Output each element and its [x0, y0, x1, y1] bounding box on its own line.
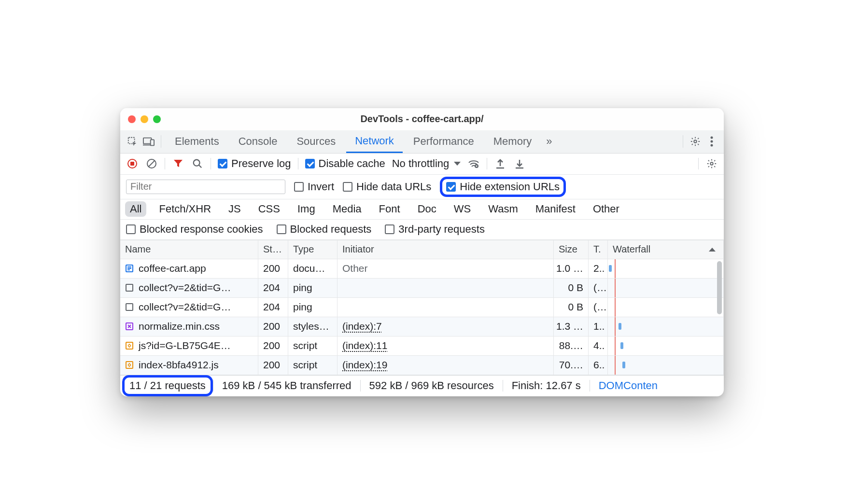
maximize-window-button[interactable] [153, 115, 161, 123]
ping-file-icon [125, 283, 134, 292]
inspect-element-icon[interactable] [125, 134, 140, 149]
close-window-button[interactable] [128, 115, 136, 123]
requests-table: Name St… Type Initiator Size T. Waterfal… [120, 240, 724, 375]
hide-data-label: Hide data URLs [356, 181, 431, 193]
type-other[interactable]: Other [588, 201, 624, 217]
cell-size: 88.… [554, 336, 589, 355]
blocked-requests-checkbox[interactable]: Blocked requests [277, 223, 372, 236]
cell-initiator [338, 298, 554, 317]
table-row[interactable]: js?id=G-LB75G4E…200script(index):1188.…4… [120, 336, 724, 356]
network-settings-icon[interactable] [705, 157, 718, 170]
svg-rect-25 [126, 342, 133, 349]
filter-input[interactable] [126, 180, 285, 194]
checkbox-icon [277, 224, 286, 234]
cell-waterfall [608, 279, 724, 297]
more-tabs-button[interactable]: » [542, 130, 556, 153]
type-manifest[interactable]: Manifest [531, 201, 580, 217]
filter-bar: Invert Hide data URLs Hide extension URL… [120, 175, 724, 199]
initiator-link[interactable]: (index):7 [342, 321, 382, 332]
type-css[interactable]: CSS [253, 201, 285, 217]
hide-extension-urls-checkbox[interactable]: Hide extension URLs [446, 181, 560, 193]
type-fetch-xhr[interactable]: Fetch/XHR [154, 201, 216, 217]
invert-checkbox[interactable]: Invert [294, 181, 334, 193]
search-icon[interactable] [191, 157, 204, 170]
record-button[interactable] [126, 157, 139, 170]
type-ws[interactable]: WS [449, 201, 476, 217]
svg-rect-26 [126, 362, 133, 368]
tab-network[interactable]: Network [346, 130, 403, 153]
import-har-icon[interactable] [513, 157, 526, 170]
cell-size: 70.… [554, 356, 589, 375]
type-font[interactable]: Font [374, 201, 405, 217]
hide-data-urls-checkbox[interactable]: Hide data URLs [343, 181, 431, 193]
col-size[interactable]: Size [554, 240, 589, 259]
third-party-label: 3rd-party requests [398, 223, 485, 236]
export-har-icon[interactable] [494, 157, 506, 170]
cell-time: (… [589, 298, 608, 317]
chevron-down-icon [454, 162, 461, 166]
tab-console[interactable]: Console [230, 130, 286, 153]
blocked-cookies-label: Blocked response cookies [140, 223, 263, 236]
cell-size: 0 B [554, 298, 589, 317]
tab-sources[interactable]: Sources [288, 130, 344, 153]
table-row[interactable]: coffee-cart.app200docu…Other1.0 …2.. [120, 259, 724, 279]
kebab-menu-icon[interactable] [704, 134, 719, 149]
extra-filter-bar: Blocked response cookies Blocked request… [120, 220, 724, 240]
type-all[interactable]: All [125, 201, 146, 217]
type-js[interactable]: JS [224, 201, 246, 217]
tab-memory[interactable]: Memory [485, 130, 540, 153]
request-name: normalize.min.css [139, 321, 220, 332]
third-party-checkbox[interactable]: 3rd-party requests [385, 223, 485, 236]
clear-button[interactable] [145, 157, 158, 170]
checkbox-icon [343, 182, 352, 192]
col-type[interactable]: Type [288, 240, 338, 259]
table-row[interactable]: normalize.min.css200styles…(index):71.3 … [120, 317, 724, 336]
col-waterfall[interactable]: Waterfall [608, 240, 724, 259]
svg-rect-3 [151, 140, 154, 145]
disable-cache-checkbox[interactable]: Disable cache [305, 157, 385, 170]
checkbox-icon [305, 159, 315, 168]
type-media[interactable]: Media [328, 201, 366, 217]
separator [698, 158, 699, 169]
css-file-icon [125, 322, 134, 331]
table-row[interactable]: collect?v=2&tid=G…204ping0 B(… [120, 279, 724, 298]
separator [211, 158, 211, 169]
initiator-link[interactable]: (index):11 [342, 340, 387, 351]
table-row[interactable]: collect?v=2&tid=G…204ping0 B(… [120, 298, 724, 317]
requests-count-highlight: 11 / 21 requests [122, 375, 213, 396]
cell-status: 200 [258, 259, 288, 278]
type-img[interactable]: Img [293, 201, 320, 217]
col-initiator[interactable]: Initiator [338, 240, 554, 259]
minimize-window-button[interactable] [141, 115, 148, 123]
svg-point-4 [694, 140, 697, 143]
table-row[interactable]: index-8bfa4912.js200script(index):1970.…… [120, 356, 724, 375]
cell-size: 0 B [554, 279, 589, 297]
cell-waterfall [608, 259, 724, 278]
col-status[interactable]: St… [258, 240, 288, 259]
cell-status: 204 [258, 298, 288, 317]
col-name[interactable]: Name [120, 240, 258, 259]
initiator-link[interactable]: (index):19 [342, 359, 387, 371]
blocked-cookies-checkbox[interactable]: Blocked response cookies [126, 223, 263, 236]
cell-waterfall [608, 317, 724, 336]
network-conditions-icon[interactable] [467, 157, 480, 170]
preserve-log-checkbox[interactable]: Preserve log [218, 157, 291, 170]
settings-icon[interactable] [688, 134, 703, 149]
throttling-select[interactable]: No throttling [392, 157, 461, 170]
tab-performance[interactable]: Performance [405, 130, 483, 153]
disable-cache-label: Disable cache [319, 157, 385, 170]
checkbox-icon [446, 182, 456, 192]
throttling-label: No throttling [392, 157, 450, 170]
panel-tabbar: Elements Console Sources Network Perform… [120, 130, 724, 154]
filter-icon[interactable] [172, 157, 184, 170]
tab-elements[interactable]: Elements [166, 130, 228, 153]
col-time[interactable]: T. [589, 240, 608, 259]
cell-initiator: (index):11 [338, 336, 554, 355]
type-doc[interactable]: Doc [413, 201, 441, 217]
type-wasm[interactable]: Wasm [483, 201, 523, 217]
initiator-link: Other [342, 263, 368, 274]
resource-type-bar: All Fetch/XHR JS CSS Img Media Font Doc … [120, 199, 724, 220]
device-toolbar-icon[interactable] [141, 134, 156, 149]
cell-type: script [288, 356, 338, 375]
preserve-log-label: Preserve log [231, 157, 291, 170]
